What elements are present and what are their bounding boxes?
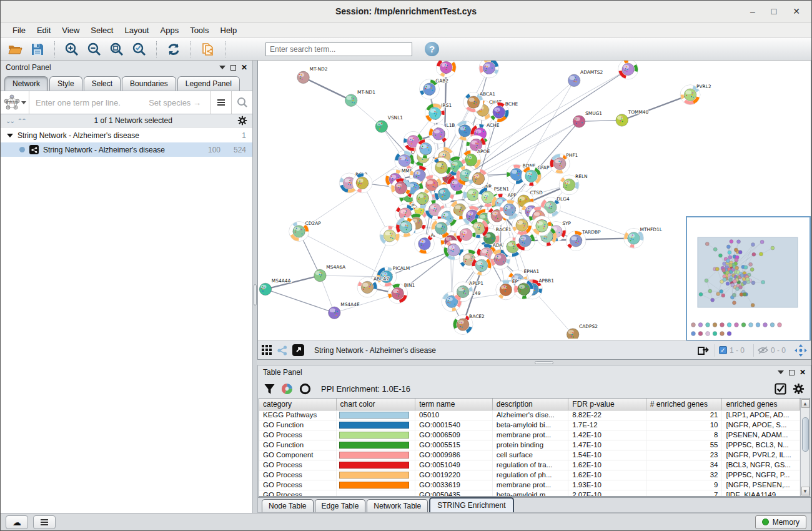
- menu-item-file[interactable]: File: [7, 24, 31, 37]
- tab-string-enrichment[interactable]: STRING Enrichment: [429, 497, 513, 512]
- export-network-icon[interactable]: [697, 345, 710, 356]
- network-node[interactable]: IL1B: [428, 122, 455, 144]
- tab-boundaries[interactable]: Boundaries: [122, 76, 176, 91]
- refresh-icon[interactable]: [164, 41, 183, 58]
- save-session-icon[interactable]: [28, 41, 47, 58]
- birds-eye-navigator[interactable]: [686, 216, 811, 340]
- tab-node-table[interactable]: Node Table: [262, 499, 314, 512]
- column-header--enriched-genes[interactable]: # enriched genes: [646, 399, 723, 410]
- navigator-viewport[interactable]: [698, 237, 798, 307]
- settings-gear-icon[interactable]: [793, 383, 805, 395]
- table-row[interactable]: GO ProcessGO:0050435beta-amyloid m...2.0…: [259, 490, 800, 496]
- network-node[interactable]: MT-ND2: [297, 66, 328, 84]
- vertical-scrollbar[interactable]: ▲ ▼: [800, 399, 810, 496]
- share-network-icon[interactable]: [277, 345, 287, 355]
- network-node[interactable]: TOMM40: [616, 109, 649, 127]
- menu-item-select[interactable]: Select: [85, 24, 119, 37]
- network-node[interactable]: [416, 139, 436, 159]
- network-node[interactable]: PHF1: [550, 152, 578, 174]
- network-node[interactable]: BIN1: [388, 282, 415, 304]
- network-node[interactable]: MTHFD1L: [624, 227, 663, 248]
- network-node[interactable]: IRS1: [425, 102, 452, 124]
- network-node[interactable]: [352, 173, 372, 193]
- tab-legend-panel[interactable]: Legend Panel: [177, 76, 240, 91]
- network-tree-row[interactable]: String Network - Alzheimer's disease1: [1, 128, 252, 142]
- task-list-icon[interactable]: [33, 515, 56, 529]
- string-search-icon[interactable]: [231, 91, 252, 114]
- network-tree-row[interactable]: String Network - Alzheimer's disease1005…: [1, 142, 252, 157]
- table-row[interactable]: GO ProcessGO:0006509membrane prot...1.42…: [259, 430, 800, 440]
- column-header-term-name[interactable]: term name: [415, 399, 493, 410]
- network-node[interactable]: [472, 256, 492, 275]
- zoom-selected-icon[interactable]: [130, 41, 149, 58]
- column-header-description[interactable]: description: [493, 399, 569, 410]
- network-node[interactable]: BACE2: [453, 314, 485, 335]
- network-node[interactable]: [514, 279, 534, 299]
- hidden-nodes-eye-icon[interactable]: [758, 346, 768, 354]
- tab-select[interactable]: Select: [84, 76, 121, 91]
- search-input[interactable]: [265, 42, 412, 56]
- network-node[interactable]: [532, 216, 552, 236]
- menu-item-help[interactable]: Help: [215, 24, 243, 37]
- network-node[interactable]: [396, 217, 416, 237]
- column-header-chart-color[interactable]: chart color: [337, 399, 416, 410]
- maximize-button[interactable]: □: [771, 7, 776, 16]
- network-node[interactable]: MS4A6A: [314, 264, 346, 282]
- set-species-label[interactable]: Set species →: [149, 98, 210, 107]
- pan-compass-icon[interactable]: [795, 344, 807, 357]
- menu-item-tools[interactable]: Tools: [184, 24, 214, 37]
- string-logo-icon[interactable]: STRING: [1, 91, 29, 114]
- selected-nodes-icon[interactable]: ✓: [719, 346, 727, 354]
- network-node[interactable]: CD2AP: [289, 221, 322, 242]
- network-node[interactable]: RELN: [559, 174, 587, 195]
- network-node[interactable]: VSNL1: [375, 115, 403, 132]
- splitter-handle[interactable]: [254, 284, 257, 305]
- column-header-enriched-genes[interactable]: enriched genes: [722, 399, 800, 410]
- ring-chart-icon[interactable]: [299, 383, 311, 395]
- donut-chart-icon[interactable]: [281, 383, 293, 395]
- menu-item-apps[interactable]: Apps: [155, 24, 185, 37]
- table-row[interactable]: GO FunctionGO:0005515protein binding1.47…: [259, 440, 800, 450]
- network-node[interactable]: BCHE: [489, 101, 518, 122]
- float-panel-icon[interactable]: [789, 370, 795, 375]
- memory-button[interactable]: Memory: [755, 515, 806, 529]
- network-node[interactable]: [468, 169, 488, 189]
- network-node[interactable]: CADPS2: [567, 324, 598, 339]
- panel-splitter[interactable]: [253, 61, 257, 513]
- network-node[interactable]: [500, 200, 520, 220]
- open-in-window-icon[interactable]: [292, 344, 304, 356]
- network-node[interactable]: MT-ND1: [345, 89, 375, 107]
- network-node[interactable]: [391, 178, 411, 198]
- panel-menu-icon[interactable]: [219, 66, 225, 69]
- network-node[interactable]: [431, 219, 451, 239]
- tab-network-table[interactable]: Network Table: [367, 499, 428, 512]
- menu-item-view[interactable]: View: [56, 24, 85, 37]
- network-node[interactable]: [618, 61, 638, 79]
- network-node[interactable]: GAB2: [420, 78, 449, 99]
- tab-edge-table[interactable]: Edge Table: [315, 499, 366, 512]
- select-columns-icon[interactable]: [775, 383, 786, 395]
- network-node[interactable]: [456, 225, 476, 245]
- close-panel-icon[interactable]: ✕: [800, 368, 806, 377]
- collapse-all-icon[interactable]: ⌄⌄: [6, 117, 14, 124]
- network-node[interactable]: PVRL2: [680, 84, 711, 105]
- table-row[interactable]: GO ProcessGO:0033619membrane prot...1.93…: [259, 480, 800, 490]
- network-node[interactable]: SMUG1: [573, 111, 602, 128]
- column-header-FDR-p-value[interactable]: FDR p-value: [568, 399, 646, 410]
- panel-menu-icon[interactable]: [778, 370, 784, 374]
- scroll-down-icon[interactable]: ▼: [801, 487, 810, 495]
- expand-all-icon[interactable]: ⌃⌃: [17, 117, 26, 124]
- network-canvas[interactable]: MT-ND2MT-ND1VSNL1GAB2ADAMTS2PVRL2TOMM40S…: [258, 61, 811, 340]
- close-panel-icon[interactable]: ✕: [241, 63, 247, 72]
- help-icon[interactable]: ?: [425, 42, 439, 56]
- table-row[interactable]: GO ProcessGO:0019220regulation of ph...1…: [259, 470, 800, 480]
- network-options-gear-icon[interactable]: [237, 116, 247, 126]
- network-node[interactable]: MS4A4E: [329, 302, 360, 319]
- network-node[interactable]: ADAMTS2: [568, 69, 603, 87]
- close-button[interactable]: ✕: [793, 7, 800, 16]
- minimize-button[interactable]: –: [750, 7, 755, 16]
- scrollbar-thumb[interactable]: [802, 417, 809, 452]
- column-header-category[interactable]: category: [259, 399, 337, 410]
- network-node[interactable]: TARDBP: [566, 229, 601, 251]
- tab-style[interactable]: Style: [49, 76, 82, 91]
